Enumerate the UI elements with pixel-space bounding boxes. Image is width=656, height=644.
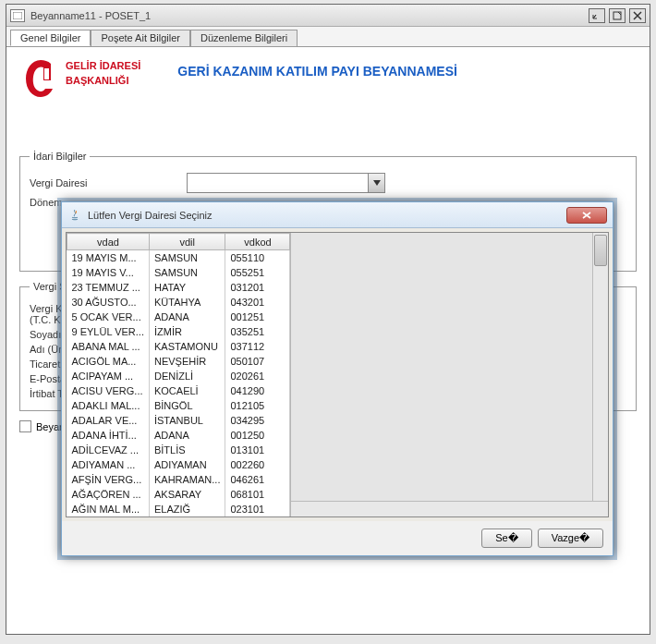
cell-vdad: 5 OCAK VER... <box>67 310 150 324</box>
maximize-button[interactable] <box>609 8 626 23</box>
column-vdkod[interactable]: vdkod <box>225 234 290 250</box>
cell-vdil: ADANA <box>149 310 225 324</box>
cell-vdkod: 001250 <box>225 428 290 443</box>
horizontal-scrollbar[interactable] <box>291 501 608 516</box>
cell-vdad: 19 MAYIS M... <box>67 250 150 265</box>
cell-vdkod: 013101 <box>225 443 290 457</box>
chevron-down-icon[interactable] <box>368 174 384 192</box>
app-icon <box>10 9 25 22</box>
table-row[interactable]: ACISU VERG...KOCAELİ041290 <box>67 383 290 398</box>
vergi-dairesi-label: Vergi Dairesi <box>30 177 187 188</box>
cell-vdkod: 001251 <box>225 310 290 324</box>
close-button[interactable] <box>629 8 646 23</box>
cell-vdad: ADIYAMAN ... <box>67 457 150 472</box>
table-row[interactable]: ACIGÖL MA...NEVŞEHİR050107 <box>67 354 290 369</box>
table-row[interactable]: 23 TEMMUZ ...HATAY031201 <box>67 280 290 295</box>
column-vdil[interactable]: vdil <box>149 234 225 250</box>
vertical-scrollbar[interactable] <box>592 233 608 501</box>
cell-vdkod: 046261 <box>225 472 290 487</box>
titlebar: Beyanname11 - POSET_1 <box>6 5 650 27</box>
table-row[interactable]: ADANA İHTİ...ADANA001250 <box>67 428 290 443</box>
table-row[interactable]: ADAKLI MAL...BİNGÖL012105 <box>67 398 290 413</box>
table-row[interactable]: AĞAÇÖREN ...AKSARAY068101 <box>67 487 290 502</box>
table-row[interactable]: AFŞİN VERG...KAHRAMAN...046261 <box>67 472 290 487</box>
idari-legend: İdari Bilgiler <box>30 151 90 162</box>
cell-vdil: BİTLİS <box>149 443 225 457</box>
vergi-dairesi-table[interactable]: vdad vdil vdkod 19 MAYIS M...SAMSUN05511… <box>67 233 290 516</box>
minimize-button[interactable] <box>589 8 605 23</box>
cell-vdkod: 068101 <box>225 487 290 502</box>
cell-vdkod: 055110 <box>225 250 290 265</box>
cell-vdad: ADAKLI MAL... <box>67 398 150 413</box>
cell-vdad: ACIPAYAM ... <box>67 369 150 383</box>
beyar-checkbox[interactable] <box>19 420 31 432</box>
table-row[interactable]: AĞIN MAL M...ELAZIĞ023101 <box>67 502 290 516</box>
cell-vdkod: 041290 <box>225 383 290 398</box>
cell-vdad: 23 TEMMUZ ... <box>67 280 150 295</box>
tab-duzenleme-bilgileri[interactable]: Düzenleme Bilgileri <box>190 30 298 46</box>
cell-vdil: KAHRAMAN... <box>149 472 225 487</box>
org-line2: BAŞKANLIĞI <box>66 73 140 88</box>
org-line1: GELİR İDARESİ <box>66 58 140 73</box>
column-vdad[interactable]: vdad <box>67 234 150 250</box>
table-row[interactable]: 30 AĞUSTO...KÜTAHYA043201 <box>67 295 290 310</box>
cell-vdil: SAMSUN <box>149 250 225 265</box>
cell-vdad: AĞIN MAL M... <box>67 502 150 516</box>
cell-vdil: ADANA <box>149 428 225 443</box>
grid-empty-area <box>290 233 608 516</box>
cell-vdad: 30 AĞUSTO... <box>67 295 150 310</box>
cell-vdil: HATAY <box>149 280 225 295</box>
cell-vdil: NEVŞEHİR <box>149 354 225 369</box>
dialog-titlebar: Lütfen Vergi Dairesi Seçiniz <box>62 202 613 228</box>
svg-rect-0 <box>13 12 22 19</box>
cancel-button[interactable]: Vazge� <box>538 529 603 548</box>
table-row[interactable]: ADIYAMAN ...ADIYAMAN002260 <box>67 457 290 472</box>
dialog-close-button[interactable] <box>566 207 607 224</box>
java-icon <box>67 208 82 223</box>
tab-genel-bilgiler[interactable]: Genel Bilgiler <box>10 30 91 46</box>
cell-vdad: 19 MAYIS V... <box>67 265 150 280</box>
cell-vdad: ABANA MAL ... <box>67 339 150 354</box>
cell-vdkod: 002260 <box>225 457 290 472</box>
cell-vdkod: 050107 <box>225 354 290 369</box>
cell-vdil: İZMİR <box>149 324 225 339</box>
table-row[interactable]: ADALAR VE...İSTANBUL034295 <box>67 413 290 428</box>
vergi-dairesi-dialog: Lütfen Vergi Dairesi Seçiniz vdad vdil v… <box>61 201 613 556</box>
scrollbar-thumb[interactable] <box>594 235 607 266</box>
table-row[interactable]: ABANA MAL ...KASTAMONU037112 <box>67 339 290 354</box>
page-title: GERİ KAZANIM KATILIM PAYI BEYANNAMESİ <box>177 64 457 79</box>
cell-vdil: İSTANBUL <box>149 413 225 428</box>
tab-posete-ait-bilgiler[interactable]: Poşete Ait Bilgiler <box>91 30 190 46</box>
vergi-dairesi-combo[interactable] <box>187 173 385 193</box>
cell-vdad: ACIGÖL MA... <box>67 354 150 369</box>
cell-vdkod: 031201 <box>225 280 290 295</box>
tab-strip: Genel Bilgiler Poşete Ait Bilgiler Düzen… <box>6 27 650 47</box>
cell-vdad: ADİLCEVAZ ... <box>67 443 150 457</box>
cell-vdil: KOCAELİ <box>149 383 225 398</box>
cell-vdad: ACISU VERG... <box>67 383 150 398</box>
table-row[interactable]: 19 MAYIS M...SAMSUN055110 <box>67 250 290 265</box>
table-row[interactable]: ACIPAYAM ...DENİZLİ020261 <box>67 369 290 383</box>
select-button[interactable]: Se� <box>481 529 531 548</box>
org-name: GELİR İDARESİ BAŞKANLIĞI <box>66 58 140 88</box>
cell-vdkod: 034295 <box>225 413 290 428</box>
cell-vdil: KASTAMONU <box>149 339 225 354</box>
dialog-body: vdad vdil vdkod 19 MAYIS M...SAMSUN05511… <box>62 228 613 521</box>
cell-vdkod: 055251 <box>225 265 290 280</box>
cell-vdad: AFŞİN VERG... <box>67 472 150 487</box>
cell-vdkod: 023101 <box>225 502 290 516</box>
cell-vdkod: 020261 <box>225 369 290 383</box>
table-row[interactable]: ADİLCEVAZ ...BİTLİS013101 <box>67 443 290 457</box>
beyar-label: Beyar <box>36 421 63 432</box>
cell-vdad: ADALAR VE... <box>67 413 150 428</box>
cell-vdil: KÜTAHYA <box>149 295 225 310</box>
dialog-title: Lütfen Vergi Dairesi Seçiniz <box>88 210 566 221</box>
cell-vdil: ELAZIĞ <box>149 502 225 516</box>
table-row[interactable]: 9 EYLÜL VER...İZMİR035251 <box>67 324 290 339</box>
table-row[interactable]: 5 OCAK VER...ADANA001251 <box>67 310 290 324</box>
cell-vdkod: 035251 <box>225 324 290 339</box>
cell-vdil: SAMSUN <box>149 265 225 280</box>
cell-vdad: AĞAÇÖREN ... <box>67 487 150 502</box>
cell-vdil: DENİZLİ <box>149 369 225 383</box>
table-row[interactable]: 19 MAYIS V...SAMSUN055251 <box>67 265 290 280</box>
